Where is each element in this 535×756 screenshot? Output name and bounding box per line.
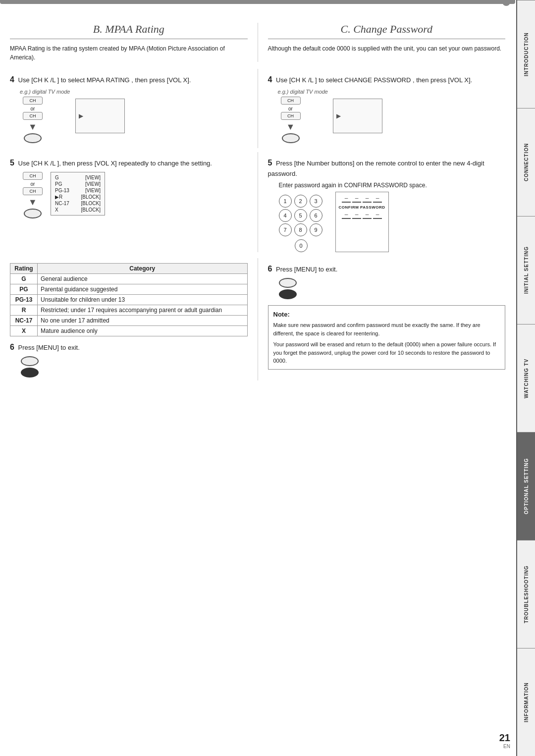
- sidebar-tab-optional-setting[interactable]: OPTIONAL SETTING: [517, 432, 535, 540]
- note-line-1: Make sure new password and confirm passw…: [273, 321, 500, 337]
- sidebar: INTRODUCTION CONNECTION INITIAL SETTING …: [516, 0, 535, 756]
- numpad-container: 1 2 3 4 5 6 7 8 9 0: [279, 192, 323, 252]
- section-b-step5-diagram: CH or CH ▼ G[VIEW] PG[VIEW] PG-13[VIEW]: [20, 172, 248, 218]
- pw-dash-2: –: [352, 196, 361, 203]
- menu-btn-black: [21, 368, 39, 378]
- ch-btn-b5: CH: [23, 172, 43, 180]
- menu-item-r: ▶R[BLOCK]: [55, 194, 101, 200]
- note-line-2: Your password will be erased and return …: [273, 340, 500, 365]
- rating-pg: PG: [10, 284, 38, 294]
- step6-c-num: 6: [268, 265, 272, 273]
- section-b-step4: 4 Use [CH K /L ] to select MPAA RATING ,…: [10, 69, 258, 148]
- rating-pg13: PG-13: [10, 294, 38, 305]
- rating-nc17: NC-17: [10, 315, 38, 325]
- or-label-c: or: [288, 106, 293, 111]
- rating-table-body: G General audience PG Parental guidance …: [10, 273, 248, 336]
- vol-btn-1: [24, 133, 42, 143]
- numpad-0: 0: [295, 239, 308, 252]
- table-row: PG Parental guidance suggested: [10, 284, 248, 294]
- section-b-remote-area: e.g.) digital TV mode CH or CH ▼: [20, 89, 70, 143]
- numpad-5: 5: [294, 209, 307, 222]
- section-b-column: B. MPAA Rating MPAA Rating is the rating…: [10, 23, 258, 62]
- numpad-7: 7: [279, 223, 292, 236]
- ch-up-btn: CH: [23, 97, 43, 105]
- step4-c-num: 4: [268, 75, 272, 84]
- section-b-step5-text: 5 Use [CH K /L ], then press [VOL X] rep…: [10, 157, 248, 169]
- section-c-step5-subtext: Enter password again in CONFIRM PASSWORD…: [279, 182, 506, 189]
- section-c-lower: 6 Press [MENU] to exit. Note: Make sure …: [258, 258, 506, 380]
- category-pg: Parental guidance suggested: [38, 284, 248, 294]
- section-c-step5-text: 5 Press [the Number buttons] on the remo…: [268, 157, 506, 179]
- menu-btn-white-c: [279, 278, 297, 288]
- page-number: 21: [499, 732, 510, 744]
- tv-arrow-1: ▶: [79, 112, 83, 119]
- section-b-step4-text: 4 Use [CH K /L ] to select MPAA RATING ,…: [10, 74, 248, 86]
- pw-confirm-dash-1: –: [342, 212, 351, 219]
- down-arrow-b5: ▼: [28, 197, 37, 208]
- pw-row-new: – – – –: [342, 196, 382, 203]
- section-c-step6-diagram: [279, 278, 506, 299]
- step6-rating-row: Rating Category G General audience PG Pa…: [10, 258, 505, 380]
- numpad-grid: 1 2 3 4 5 6 7 8 9: [279, 195, 323, 236]
- section-c-tv-area: ▶: [333, 89, 382, 133]
- sidebar-tab-initial-setting[interactable]: INITIAL SETTING: [517, 216, 535, 324]
- numpad-9: 9: [310, 223, 322, 236]
- sidebar-tab-information[interactable]: INFORMATION: [517, 648, 535, 756]
- pw-row-confirm: – – – –: [342, 212, 382, 219]
- numpad-4: 4: [279, 209, 292, 222]
- step6-b-label: Press [MENU] to exit.: [18, 344, 80, 351]
- ch-down-btn: CH: [23, 112, 43, 120]
- section-b-step4-diagram: e.g.) digital TV mode CH or CH ▼ ▶: [20, 89, 248, 143]
- step6-b-num: 6: [10, 343, 14, 351]
- confirm-password-label: CONFIRM PASSWORD: [339, 205, 385, 210]
- step5-c-label: Press [the Number buttons] on the remote…: [268, 160, 484, 177]
- table-row: PG-13 Unsuitable for children under 13: [10, 294, 248, 305]
- numpad-2: 2: [294, 195, 307, 208]
- category-x: Mature audience only: [38, 325, 248, 336]
- menu-item-x: X[BLOCK]: [55, 207, 101, 213]
- step4-b-label: Use [CH K /L ] to select MPAA RATING , t…: [18, 76, 191, 84]
- category-col-header: Category: [38, 263, 248, 273]
- step5-row: 5 Use [CH K /L ], then press [VOL X] rep…: [10, 152, 505, 252]
- menu-item-g: G[VIEW]: [55, 174, 101, 181]
- menu-btn-black-c: [279, 289, 297, 299]
- section-b-tv-area: ▶: [75, 89, 125, 133]
- or-label-b5: or: [31, 181, 35, 187]
- sidebar-tab-watching-tv[interactable]: WATCHING TV: [517, 324, 535, 432]
- menu-btn-area-c: [279, 278, 297, 299]
- pw-confirm-dash-2: –: [352, 212, 361, 219]
- rating-g: G: [10, 273, 38, 284]
- section-b-title: B. MPAA Rating: [10, 23, 248, 39]
- section-b-lower: Rating Category G General audience PG Pa…: [10, 258, 258, 380]
- note-title: Note:: [273, 310, 500, 320]
- section-b-remote: CH or CH ▼: [20, 97, 46, 143]
- down-arrow-c: ▼: [286, 122, 295, 132]
- section-b-step6-diagram: [21, 356, 248, 378]
- sidebar-tab-introduction[interactable]: INTRODUCTION: [517, 0, 535, 108]
- sidebar-tab-troubleshooting[interactable]: TROUBLESHOOTING: [517, 540, 535, 648]
- pw-dash-1: –: [342, 196, 351, 203]
- category-pg13: Unsuitable for children under 13: [38, 294, 248, 305]
- sidebar-tab-connection[interactable]: CONNECTION: [517, 108, 535, 216]
- section-c-title: C. Change Password: [268, 23, 506, 39]
- two-column-layout: B. MPAA Rating MPAA Rating is the rating…: [10, 23, 505, 62]
- table-row: R Restricted; under 17 requires accompan…: [10, 305, 248, 315]
- section-c-step5: 5 Press [the Number buttons] on the remo…: [258, 152, 506, 252]
- menu-item-pg: PG[VIEW]: [55, 181, 101, 187]
- category-r: Restricted; under 17 requires accompanyi…: [38, 305, 248, 315]
- vol-btn-b5: [24, 209, 42, 218]
- table-row: NC-17 No one under 17 admitted: [10, 315, 248, 325]
- section-c-step4: 4 Use [CH K /L ] to select CHANGE PASSWO…: [258, 69, 506, 148]
- numpad-zero-row: 0: [279, 239, 323, 252]
- step5-b-label: Use [CH K /L ], then press [VOL X] repea…: [18, 160, 212, 167]
- numpad-3: 3: [310, 195, 322, 208]
- step4-row: 4 Use [CH K /L ] to select MPAA RATING ,…: [10, 69, 505, 148]
- ch-down-btn-c: CH: [281, 112, 301, 120]
- category-nc17: No one under 17 admitted: [38, 315, 248, 325]
- section-b-step5: 5 Use [CH K /L ], then press [VOL X] rep…: [10, 152, 258, 252]
- section-c-step4-text: 4 Use [CH K /L ] to select CHANGE PASSWO…: [268, 74, 506, 86]
- page-lang: EN: [499, 744, 510, 749]
- ch-up-btn-c: CH: [281, 97, 301, 105]
- section-c-intro: Although the default code 0000 is suppli…: [268, 44, 506, 53]
- down-arrow-1: ▼: [28, 122, 37, 132]
